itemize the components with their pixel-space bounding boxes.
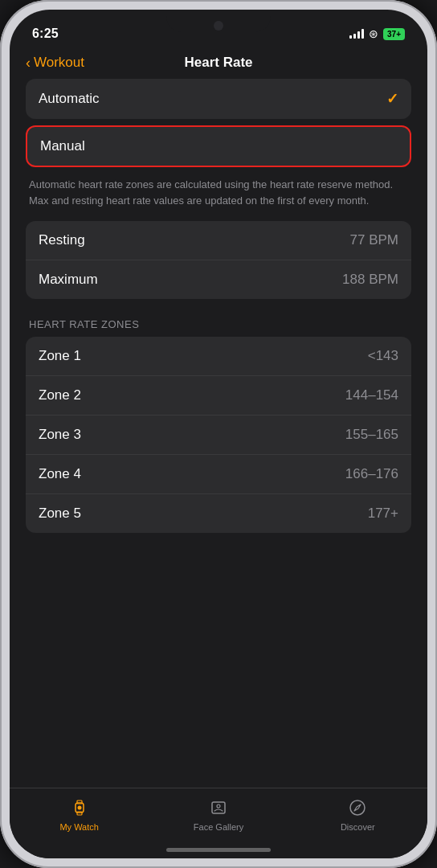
resting-row[interactable]: Resting 77 BPM bbox=[26, 221, 411, 260]
automatic-label: Automatic bbox=[39, 91, 100, 107]
zone-label: Zone 5 bbox=[39, 506, 81, 522]
zone-value: <143 bbox=[368, 348, 398, 364]
tab-face-gallery[interactable]: Face Gallery bbox=[149, 796, 288, 832]
watch-icon bbox=[68, 796, 91, 819]
svg-point-6 bbox=[350, 800, 365, 815]
zones-section: HEART RATE ZONES Zone 1 <143 Zone 2 144–… bbox=[26, 318, 411, 533]
zone-label: Zone 1 bbox=[39, 348, 81, 364]
svg-point-3 bbox=[77, 806, 81, 810]
zone-row[interactable]: Zone 3 155–165 bbox=[26, 416, 411, 455]
status-time: 6:25 bbox=[32, 27, 59, 41]
notch bbox=[166, 10, 271, 32]
resting-label: Resting bbox=[39, 232, 85, 248]
svg-rect-2 bbox=[77, 812, 82, 815]
checkmark-icon: ✓ bbox=[386, 90, 398, 108]
phone-screen: 6:25 ⊛ 37+ ‹ Workout Heart Rate bbox=[10, 10, 427, 858]
face-gallery-icon bbox=[207, 796, 230, 819]
resting-value: 77 BPM bbox=[350, 232, 398, 248]
zone-row[interactable]: Zone 1 <143 bbox=[26, 337, 411, 376]
zone-label: Zone 4 bbox=[39, 466, 81, 482]
tab-my-watch[interactable]: My Watch bbox=[10, 796, 149, 832]
sensor bbox=[214, 21, 223, 31]
zone-row[interactable]: Zone 5 177+ bbox=[26, 494, 411, 533]
manual-label: Manual bbox=[40, 138, 85, 154]
svg-point-5 bbox=[217, 805, 220, 808]
maximum-row[interactable]: Maximum 188 BPM bbox=[26, 260, 411, 299]
zone-value: 177+ bbox=[368, 506, 398, 522]
zone-row[interactable]: Zone 2 144–154 bbox=[26, 376, 411, 416]
maximum-label: Maximum bbox=[39, 272, 98, 288]
chevron-left-icon: ‹ bbox=[26, 55, 31, 72]
wifi-icon: ⊛ bbox=[369, 27, 378, 40]
tab-discover[interactable]: Discover bbox=[288, 796, 427, 832]
tab-my-watch-label: My Watch bbox=[59, 822, 99, 832]
automatic-option-group: Automatic ✓ bbox=[26, 79, 411, 119]
zone-label: Zone 2 bbox=[39, 387, 81, 403]
description-text: Automatic heart rate zones are calculate… bbox=[26, 174, 411, 221]
zone-value: 166–176 bbox=[345, 466, 398, 482]
zones-header: HEART RATE ZONES bbox=[26, 318, 411, 337]
back-button[interactable]: ‹ Workout bbox=[26, 55, 84, 72]
zone-row[interactable]: Zone 4 166–176 bbox=[26, 455, 411, 494]
tab-discover-label: Discover bbox=[341, 822, 375, 832]
zone-value: 155–165 bbox=[345, 427, 398, 443]
metrics-group: Resting 77 BPM Maximum 188 BPM bbox=[26, 221, 411, 299]
zone-label: Zone 3 bbox=[39, 427, 81, 443]
maximum-value: 188 BPM bbox=[342, 272, 398, 288]
back-label: Workout bbox=[34, 55, 84, 71]
signal-icon bbox=[349, 29, 364, 39]
battery-badge: 37+ bbox=[383, 28, 405, 40]
svg-rect-1 bbox=[77, 800, 82, 804]
page-title: Heart Rate bbox=[184, 55, 252, 71]
main-content: Automatic ✓ Manual Automatic heart rate … bbox=[10, 79, 427, 533]
home-indicator bbox=[166, 848, 271, 852]
automatic-option-row[interactable]: Automatic ✓ bbox=[26, 79, 411, 119]
discover-icon bbox=[346, 796, 369, 819]
status-right: ⊛ 37+ bbox=[349, 27, 405, 40]
tab-face-gallery-label: Face Gallery bbox=[194, 822, 243, 832]
zone-value: 144–154 bbox=[345, 387, 398, 403]
zones-group: Zone 1 <143 Zone 2 144–154 Zone 3 155–16… bbox=[26, 337, 411, 533]
phone-frame: 6:25 ⊛ 37+ ‹ Workout Heart Rate bbox=[0, 0, 437, 868]
navigation-bar: ‹ Workout Heart Rate bbox=[10, 48, 427, 79]
manual-option-row[interactable]: Manual bbox=[26, 125, 411, 167]
